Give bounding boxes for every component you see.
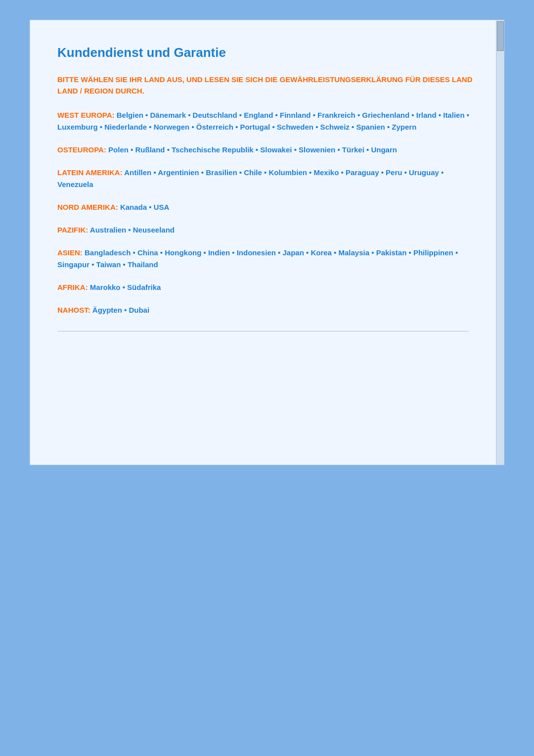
region-block-pazifik: PAZIFIK: Australien • Neuseeland [57, 224, 477, 236]
country-list-west-europa[interactable]: Belgien • Dänemark • Deutschland • Engla… [57, 111, 469, 131]
region-block-nahost: NAHOST: Ägypten • Dubai [57, 304, 477, 316]
region-label-osteuropa: OSTEUROPA: [57, 145, 108, 154]
region-block-afrika: AFRIKA: Marokko • Südafrika [57, 282, 477, 293]
region-block-osteuropa: OSTEUROPA: Polen • Rußland • Tschechisch… [57, 144, 477, 156]
region-label-pazifik: PAZIFIK: [57, 226, 90, 234]
region-block-west-europa: WEST EUROPA: Belgien • Dänemark • Deutsc… [57, 109, 477, 133]
region-label-latein-amerika: LATEIN AMERIKA: [57, 168, 124, 177]
region-label-asien: ASIEN: [57, 248, 85, 257]
regions-container: WEST EUROPA: Belgien • Dänemark • Deutsc… [57, 109, 477, 316]
page-container: Kundendienst und Garantie BITTE WÄHLEN S… [30, 20, 504, 465]
region-block-nord-amerika: NORD AMERIKA: Kanada • USA [57, 201, 477, 213]
country-list-pazifik[interactable]: Australien • Neuseeland [90, 226, 175, 234]
page-title: Kundendienst und Garantie [57, 45, 477, 60]
region-label-afrika: AFRIKA: [57, 283, 90, 291]
region-label-west-europa: WEST EUROPA: [57, 111, 117, 119]
region-block-latein-amerika: LATEIN AMERIKA: Antillen • Argentinien •… [57, 167, 477, 190]
region-block-asien: ASIEN: Bangladesch • China • Hongkong • … [57, 247, 477, 271]
country-list-osteuropa[interactable]: Polen • Rußland • Tschechische Republik … [108, 145, 397, 154]
region-label-nahost: NAHOST: [57, 306, 92, 314]
scrollbar-thumb[interactable] [497, 21, 504, 51]
region-label-nord-amerika: NORD AMERIKA: [57, 203, 120, 211]
country-list-nahost[interactable]: Ägypten • Dubai [92, 306, 149, 314]
divider [57, 331, 469, 331]
country-list-nord-amerika[interactable]: Kanada • USA [120, 203, 169, 211]
country-list-afrika[interactable]: Marokko • Südafrika [90, 283, 161, 291]
subtitle: BITTE WÄHLEN SIE IHR LAND AUS, UND LESEN… [57, 74, 477, 96]
country-list-asien[interactable]: Bangladesch • China • Hongkong • Indien … [57, 248, 458, 269]
scrollbar[interactable] [496, 20, 504, 465]
